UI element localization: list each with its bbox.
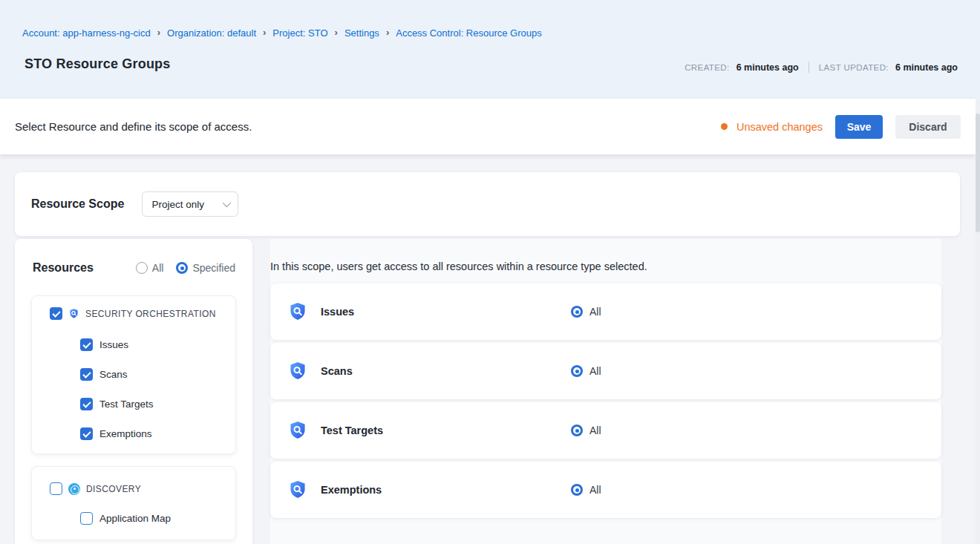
breadcrumb-settings[interactable]: Settings xyxy=(344,27,379,39)
resource-card-title: Test Targets xyxy=(321,425,383,436)
scrollbar-track[interactable] xyxy=(976,99,980,544)
group-label: DISCOVERY xyxy=(86,484,141,494)
last-updated-label: LAST UPDATED: xyxy=(819,63,889,72)
shield-search-icon xyxy=(68,308,79,319)
access-label: All xyxy=(589,484,601,496)
resource-card-title: Issues xyxy=(321,306,354,318)
shield-search-icon xyxy=(287,301,308,322)
chevron-right-icon: › xyxy=(263,27,266,38)
resource-scope-select[interactable]: Project only xyxy=(142,191,238,217)
tree-row-scans: Scans xyxy=(80,368,128,381)
created-label: CREATED: xyxy=(685,63,730,72)
radio-specified-circle-icon[interactable] xyxy=(176,262,188,274)
access-label: All xyxy=(589,306,601,318)
radio-all[interactable]: All xyxy=(136,262,164,274)
radio-circle-icon[interactable] xyxy=(571,425,583,436)
scrollbar-thumb[interactable] xyxy=(976,114,980,232)
group-row-discovery: DISCOVERY xyxy=(50,482,141,495)
group-label: SECURITY ORCHESTRATION xyxy=(85,309,216,319)
chevron-right-icon: › xyxy=(386,27,389,38)
discard-button[interactable]: Discard xyxy=(895,115,961,139)
checkbox-discovery[interactable] xyxy=(50,482,62,495)
tree-item-label: Exemptions xyxy=(99,428,152,439)
chevron-down-icon xyxy=(223,199,231,207)
shield-search-icon xyxy=(287,479,308,500)
breadcrumb-organization[interactable]: Organization: default xyxy=(167,27,256,39)
scope-content: In this scope, users get access to all r… xyxy=(270,239,941,544)
access-label: All xyxy=(589,365,601,377)
access-radio-all[interactable]: All xyxy=(571,484,601,496)
radio-specified-label: Specified xyxy=(192,262,235,274)
checkbox-scans[interactable] xyxy=(80,368,93,381)
tree-row-test-targets: Test Targets xyxy=(80,398,154,410)
created-value: 6 minutes ago xyxy=(736,62,799,73)
access-label: All xyxy=(589,425,601,436)
resource-card-title: Exemptions xyxy=(321,484,382,496)
scope-note: In this scope, users get access to all r… xyxy=(270,260,647,272)
radio-circle-icon[interactable] xyxy=(571,306,583,318)
save-button[interactable]: Save xyxy=(835,115,883,139)
resources-header: Resources All Specified xyxy=(15,239,252,297)
shield-search-icon xyxy=(287,361,308,381)
breadcrumb-project[interactable]: Project: STO xyxy=(272,27,327,39)
tree-item-label: Application Map xyxy=(99,513,171,524)
unsaved-dot-icon xyxy=(721,123,728,130)
resource-group-discovery: DISCOVERY Application Map xyxy=(31,466,236,540)
radio-specified[interactable]: Specified xyxy=(176,262,235,274)
tree-row-application-map: Application Map xyxy=(80,512,171,525)
radio-circle-icon[interactable] xyxy=(571,484,583,496)
resource-card-scans: Scans All xyxy=(270,343,941,399)
tree-item-label: Scans xyxy=(99,369,128,380)
unsaved-changes-indicator: Unsaved changes xyxy=(721,121,823,133)
resource-mode-radios: All Specified xyxy=(136,262,235,274)
page-header: Account: app-harness-ng-cicd › Organizat… xyxy=(0,0,980,99)
resource-scope-label: Resource Scope xyxy=(31,197,124,211)
resources-panel: Resources All Specified SECURITY ORCHES xyxy=(15,239,252,544)
radio-all-label: All xyxy=(152,262,164,274)
radar-icon xyxy=(68,483,80,495)
resource-card-test-targets: Test Targets All xyxy=(270,402,941,459)
breadcrumb-account[interactable]: Account: app-harness-ng-cicd xyxy=(22,27,151,39)
checkbox-exemptions[interactable] xyxy=(80,427,93,440)
radio-circle-icon[interactable] xyxy=(571,365,583,377)
header-meta: CREATED: 6 minutes ago LAST UPDATED: 6 m… xyxy=(685,62,958,73)
chevron-right-icon: › xyxy=(157,27,160,38)
shield-search-icon xyxy=(287,420,308,441)
tree-item-label: Test Targets xyxy=(99,399,154,410)
resource-scope-value: Project only xyxy=(151,199,204,210)
checkbox-issues[interactable] xyxy=(80,338,93,351)
tree-row-issues: Issues xyxy=(80,338,128,351)
breadcrumb-resource-groups[interactable]: Access Control: Resource Groups xyxy=(396,27,542,39)
resource-scope-card: Resource Scope Project only xyxy=(15,172,960,236)
access-radio-all[interactable]: All xyxy=(571,365,601,377)
breadcrumb: Account: app-harness-ng-cicd › Organizat… xyxy=(22,27,542,39)
checkbox-security-orchestration[interactable] xyxy=(50,307,62,320)
toolbar-description: Select Resource and define its scope of … xyxy=(15,120,252,133)
resource-card-issues: Issues All xyxy=(270,284,941,340)
tree-row-exemptions: Exemptions xyxy=(80,427,152,440)
group-row-security-orchestration: SECURITY ORCHESTRATION xyxy=(50,307,216,320)
resource-card-title: Scans xyxy=(321,365,353,377)
chevron-right-icon: › xyxy=(335,27,338,38)
checkbox-test-targets[interactable] xyxy=(80,398,93,410)
unsaved-changes-label: Unsaved changes xyxy=(736,121,823,133)
resources-title: Resources xyxy=(33,261,94,275)
meta-divider xyxy=(808,62,809,73)
radio-all-circle-icon[interactable] xyxy=(136,262,148,274)
resource-card-exemptions: Exemptions All xyxy=(270,462,941,518)
access-radio-all[interactable]: All xyxy=(571,425,601,436)
checkbox-application-map[interactable] xyxy=(80,512,93,525)
page-title: STO Resource Groups xyxy=(24,56,171,72)
last-updated-value: 6 minutes ago xyxy=(895,62,958,73)
tree-item-label: Issues xyxy=(99,339,128,350)
access-radio-all[interactable]: All xyxy=(571,306,601,318)
toolbar: Select Resource and define its scope of … xyxy=(0,99,976,154)
resource-group-security-orchestration: SECURITY ORCHESTRATION Issues Scans Test… xyxy=(31,295,236,454)
toolbar-actions: Unsaved changes Save Discard xyxy=(721,115,961,139)
